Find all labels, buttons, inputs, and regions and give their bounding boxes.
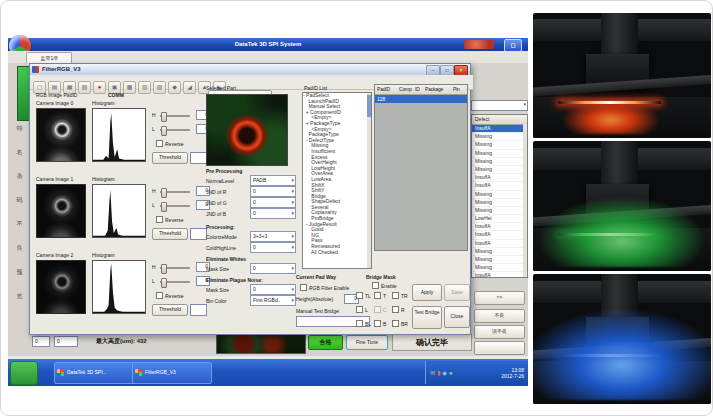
confirm-complete-button[interactable]: 确认完毕 [392, 334, 472, 351]
reverse-checkbox-2[interactable]: Reverse [156, 292, 184, 300]
bridge-mask-cell[interactable]: R [392, 306, 410, 320]
camera-image-1[interactable] [36, 184, 86, 238]
tree-item[interactable]: All Checked [303, 250, 371, 256]
reverse-checkbox-1[interactable]: Reverse [156, 216, 184, 224]
selected-part-image[interactable] [206, 94, 288, 166]
cut-icon[interactable]: ▧ [78, 81, 91, 94]
threshold-button-1[interactable]: Threshold [152, 228, 188, 240]
checkbox-icon [156, 216, 163, 223]
table-row[interactable]: Missing [472, 199, 527, 207]
field-dropdown[interactable]: PADB [250, 175, 296, 186]
table-row[interactable]: Missing [472, 166, 527, 174]
field-dropdown[interactable]: 3+3+3 [250, 231, 296, 242]
table-row[interactable]: Missing [472, 133, 527, 141]
table-row[interactable]: Missing [472, 191, 527, 199]
table-row[interactable]: InsuffA [472, 272, 527, 278]
test-bridge-button[interactable]: Test Bridge [412, 306, 442, 329]
pad-grid-row[interactable]: 128 [375, 95, 467, 103]
l-slider-0[interactable] [160, 126, 192, 134]
h-slider-2[interactable] [160, 264, 192, 272]
shield-icon[interactable]: ● [449, 370, 453, 376]
move-button[interactable]: >> [474, 291, 525, 305]
tree-scrollbar[interactable] [367, 93, 371, 268]
bridge-mask-cell[interactable]: BR [392, 320, 410, 334]
bridge-mask-cell[interactable]: B [374, 320, 392, 334]
volume-icon[interactable]: ◆ [442, 370, 447, 376]
left-label: 良 [11, 244, 28, 268]
grid-icon[interactable]: ▥ [138, 81, 151, 94]
false-defect-button[interactable]: 误不良 [474, 325, 525, 339]
taskbar-app-filter[interactable]: FilterRGB_V3 [132, 362, 212, 384]
h-slider-1[interactable] [160, 188, 192, 196]
l-slider-2[interactable] [160, 278, 192, 286]
start-button[interactable] [10, 361, 38, 385]
bridge-mask-cell[interactable]: C [374, 306, 392, 320]
bridge-mask-cell[interactable]: T [374, 292, 392, 306]
bridge-mask-cell[interactable]: TR [392, 292, 410, 306]
table-row[interactable]: Missing [472, 256, 527, 264]
field-dropdown[interactable]: 0 [250, 186, 296, 197]
table-row[interactable]: Missing [472, 248, 527, 256]
histogram-plot-1 [92, 184, 146, 238]
histogram-0-label: Histogram [92, 100, 115, 107]
table-row[interactable]: InsuffA [472, 182, 527, 190]
table-row[interactable]: Missing [472, 158, 527, 166]
field-dropdown[interactable]: 0 [250, 242, 296, 253]
field-dropdown[interactable]: 0 [250, 263, 296, 274]
field-dropdown[interactable]: First RGBd.. [250, 295, 296, 306]
field-dropdown[interactable]: 0 [250, 208, 296, 219]
wrench-icon[interactable]: ◢ [183, 81, 196, 94]
taskbar-clock: 13:08 2012-7-26 [501, 367, 528, 379]
extra-button[interactable] [474, 341, 525, 355]
rgb-filter-enable-checkbox[interactable]: RGB Filter Enable [300, 284, 349, 292]
checkbox-icon [156, 140, 163, 147]
network-icon[interactable]: ▮ [437, 370, 440, 376]
defect-button[interactable]: 不良 [474, 309, 525, 323]
save-button[interactable]: Save [444, 284, 470, 301]
bridge-mask-cell[interactable]: TL [356, 292, 374, 306]
threshold-value-0[interactable] [190, 152, 207, 164]
table-row[interactable]: InsuffA [472, 231, 527, 239]
table-row[interactable]: Missing [472, 207, 527, 215]
table-row[interactable]: InsuffA [472, 240, 527, 248]
table-row[interactable]: Missing [472, 264, 527, 272]
bridge-mask-enable-checkbox[interactable]: Enable [372, 282, 397, 290]
pass-button[interactable]: 合格 [308, 335, 343, 350]
record-icon[interactable]: ● [93, 81, 106, 94]
threshold-button-2[interactable]: Threshold [152, 304, 188, 316]
table-row[interactable]: LowHei [472, 215, 527, 223]
camera-image-2[interactable] [36, 260, 86, 314]
l-slider-1[interactable] [160, 202, 192, 210]
fine-tune-button[interactable]: Fine Tune [346, 335, 388, 350]
table-row[interactable]: Missing [472, 150, 527, 158]
bridge-mask-cell[interactable]: BL [356, 320, 374, 334]
reverse-checkbox-0[interactable]: Reverse [156, 140, 184, 148]
threshold-value-2[interactable] [190, 304, 207, 316]
status-field-2[interactable]: 0 [54, 336, 78, 347]
threshold-value-1[interactable] [190, 228, 207, 240]
defect-table-scrollbar[interactable] [523, 124, 527, 277]
table-row[interactable]: InsuffA [472, 125, 527, 133]
image-icon[interactable]: ▩ [123, 81, 136, 94]
table-row[interactable]: InsuffA [472, 223, 527, 231]
defect-filter-dropdown[interactable] [471, 100, 528, 111]
field-dropdown[interactable]: 0 [250, 284, 296, 295]
taskbar-app-spi[interactable]: DataTek 3D SPI... [54, 362, 142, 384]
bridge-mask-cell[interactable]: L [356, 306, 374, 320]
table-row[interactable]: InsuffA [472, 174, 527, 182]
status-field-1[interactable]: 0 [32, 336, 50, 347]
measure-icon[interactable]: ◆ [168, 81, 181, 94]
main-window-titlebar[interactable]: DataTek 3D SPI System ▢ [8, 38, 528, 51]
close-button[interactable]: Close [444, 306, 470, 328]
camera-image-0[interactable] [36, 108, 86, 162]
threshold-button-0[interactable]: Threshold [152, 152, 188, 164]
h-slider-1-label: H [152, 188, 156, 195]
field-label: NormalLevel [206, 178, 250, 184]
left-label: 名 [11, 148, 28, 172]
overlay-icon[interactable]: ▨ [153, 81, 166, 94]
field-dropdown[interactable]: 0 [250, 197, 296, 208]
apply-button[interactable]: Apply [412, 284, 442, 301]
h-slider-0[interactable] [160, 112, 192, 120]
message-icon[interactable]: ✉ [430, 370, 435, 376]
table-row[interactable]: Missing [472, 141, 527, 149]
